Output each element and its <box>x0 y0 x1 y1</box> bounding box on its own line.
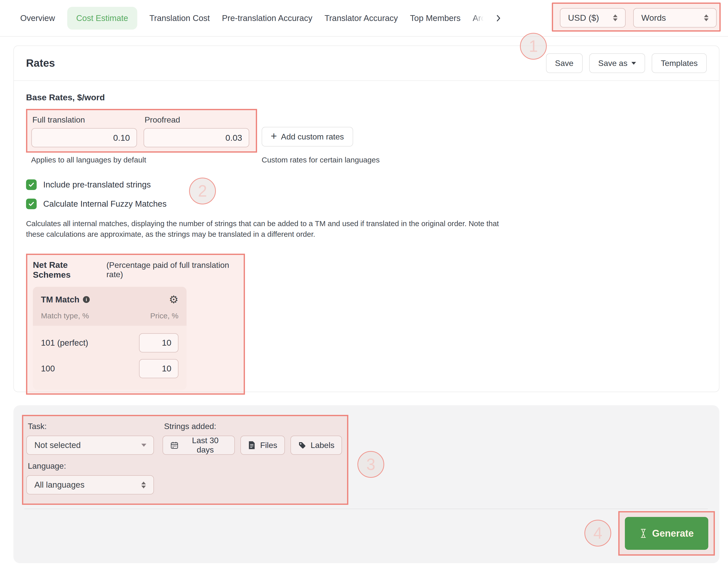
tm-match-card: TM Match i ⚙ Match type, % Price, % 101 … <box>33 287 187 390</box>
unit-select[interactable]: Words <box>633 8 717 28</box>
task-select-value: Not selected <box>27 440 81 450</box>
templates-button[interactable]: Templates <box>652 53 707 73</box>
task-label: Task: <box>28 422 154 431</box>
language-label: Language: <box>28 461 342 471</box>
estimate-settings-panel: Task: Not selected Strings added: <box>13 405 719 563</box>
base-rates-heading: Base Rates, $/word <box>26 93 707 102</box>
tab-pre-translation-accuracy[interactable]: Pre-translation Accuracy <box>222 13 312 23</box>
match-100-price-input[interactable]: 10 <box>139 359 178 378</box>
file-icon <box>248 441 256 449</box>
full-translation-field: Full translation 0.10 <box>31 114 137 147</box>
match-100-price-value: 10 <box>162 363 171 373</box>
tm-match-row-100: 100 10 <box>41 359 178 378</box>
currency-select[interactable]: USD ($) <box>560 8 626 28</box>
base-rates-highlight-box: Full translation 0.10 Proofread 0.03 <box>26 109 257 153</box>
add-custom-rates-button[interactable]: + Add custom rates <box>262 127 353 147</box>
annotation-step-3: 3 <box>357 451 384 478</box>
gear-icon[interactable]: ⚙ <box>169 294 178 305</box>
rates-actions: Save Save as Templates <box>546 53 707 73</box>
tab-archived-truncated[interactable]: Arc <box>473 13 485 23</box>
checkbox-checked-icon[interactable] <box>26 179 37 190</box>
plus-icon: + <box>271 131 277 142</box>
tag-icon <box>298 441 306 449</box>
task-group: Task: Not selected <box>26 419 154 455</box>
scope-highlight-box: Task: Not selected Strings added: <box>22 415 348 505</box>
match-100-label: 100 <box>41 364 55 373</box>
save-button-label: Save <box>555 59 574 68</box>
date-range-label: Last 30 days <box>183 436 227 454</box>
save-as-button[interactable]: Save as <box>589 53 645 73</box>
checkbox-checked-icon[interactable] <box>26 199 37 209</box>
templates-button-label: Templates <box>661 59 698 68</box>
tm-match-card-body: 101 (perfect) 10 100 10 <box>33 326 187 390</box>
full-translation-input[interactable]: 0.10 <box>31 128 137 147</box>
full-translation-value: 0.10 <box>113 133 130 143</box>
select-stepper-icon <box>141 482 146 488</box>
match-101-label: 101 (perfect) <box>41 338 88 348</box>
select-stepper-icon <box>704 14 709 21</box>
tab-cost-estimate[interactable]: Cost Estimate <box>67 7 137 30</box>
generate-highlight-box: Generate <box>618 511 715 556</box>
labels-filter-button[interactable]: Labels <box>290 436 342 455</box>
annotation-step-1: 1 <box>520 33 547 60</box>
tab-overview[interactable]: Overview <box>20 13 55 23</box>
applies-note: Applies to all languages by default <box>31 156 257 164</box>
include-pretranslated-label: Include pre-translated strings <box>43 180 151 190</box>
chevron-down-icon <box>631 62 636 65</box>
match-101-price-value: 10 <box>162 338 171 348</box>
proofread-label: Proofread <box>145 115 249 125</box>
labels-filter-label: Labels <box>311 441 334 450</box>
fuzzy-matches-description: Calculates all internal matches, display… <box>26 218 503 240</box>
match-101-price-input[interactable]: 10 <box>139 333 178 352</box>
net-rate-note: (Percentage paid of full translation rat… <box>106 261 239 279</box>
annotation-step-4: 4 <box>584 520 611 546</box>
generate-button[interactable]: Generate <box>625 517 708 550</box>
strings-added-group: Strings added: <box>163 419 342 455</box>
units-highlight-box: USD ($) Words <box>552 3 721 32</box>
language-select-value: All languages <box>27 480 84 490</box>
files-filter-button[interactable]: Files <box>240 436 285 455</box>
net-rate-heading: Net Rate Schemes <box>33 260 103 280</box>
date-range-button[interactable]: Last 30 days <box>163 436 235 455</box>
internal-fuzzy-checkbox-row[interactable]: Calculate Internal Fuzzy Matches <box>26 199 707 209</box>
currency-select-value: USD ($) <box>560 13 599 23</box>
tm-match-card-header: TM Match i ⚙ Match type, % Price, % <box>33 287 187 326</box>
info-icon[interactable]: i <box>83 296 90 303</box>
page-title: Rates <box>26 57 55 69</box>
tabs-overflow-chevron[interactable] <box>496 15 501 21</box>
full-translation-label: Full translation <box>32 115 137 125</box>
tab-translation-cost[interactable]: Translation Cost <box>149 13 210 23</box>
calendar-icon <box>170 441 179 449</box>
save-as-button-label: Save as <box>598 59 628 68</box>
task-select[interactable]: Not selected <box>26 436 154 455</box>
proofread-input[interactable]: 0.03 <box>144 128 249 147</box>
rates-panel-header: Rates Save Save as Templates <box>14 46 719 81</box>
save-button[interactable]: Save <box>546 53 583 73</box>
cost-estimate-screen: Overview Cost Estimate Translation Cost … <box>0 0 728 569</box>
options-list: Include pre-translated strings Calculate… <box>26 179 707 209</box>
language-select[interactable]: All languages <box>26 475 154 494</box>
annotation-step-2: 2 <box>189 178 216 205</box>
price-column-label: Price, % <box>150 311 178 320</box>
custom-rates-note: Custom rates for certain languages <box>262 156 380 164</box>
base-rates-row: Full translation 0.10 Proofread 0.03 + <box>26 109 707 153</box>
divider <box>24 509 708 509</box>
tm-match-row-101: 101 (perfect) 10 <box>41 333 178 352</box>
hourglass-icon <box>640 528 647 539</box>
tab-top-members[interactable]: Top Members <box>410 13 461 23</box>
select-stepper-icon <box>613 14 618 21</box>
tm-match-title: TM Match <box>41 295 79 304</box>
net-rate-heading-row: Net Rate Schemes (Percentage paid of ful… <box>33 260 239 280</box>
files-filter-label: Files <box>260 441 277 450</box>
unit-select-value: Words <box>634 13 666 23</box>
rates-panel: Rates Save Save as Templates Base Rates,… <box>13 46 719 392</box>
generate-button-label: Generate <box>652 528 694 539</box>
add-custom-rates-label: Add custom rates <box>281 132 344 142</box>
internal-fuzzy-label: Calculate Internal Fuzzy Matches <box>43 199 167 209</box>
tab-translator-accuracy[interactable]: Translator Accuracy <box>325 13 398 23</box>
chevron-right-icon <box>496 15 501 21</box>
rates-panel-body: Base Rates, $/word Full translation 0.10… <box>14 81 719 395</box>
include-pretranslated-checkbox-row[interactable]: Include pre-translated strings <box>26 179 707 190</box>
net-rate-highlight-box: Net Rate Schemes (Percentage paid of ful… <box>26 254 245 395</box>
caret-down-icon <box>141 444 146 447</box>
